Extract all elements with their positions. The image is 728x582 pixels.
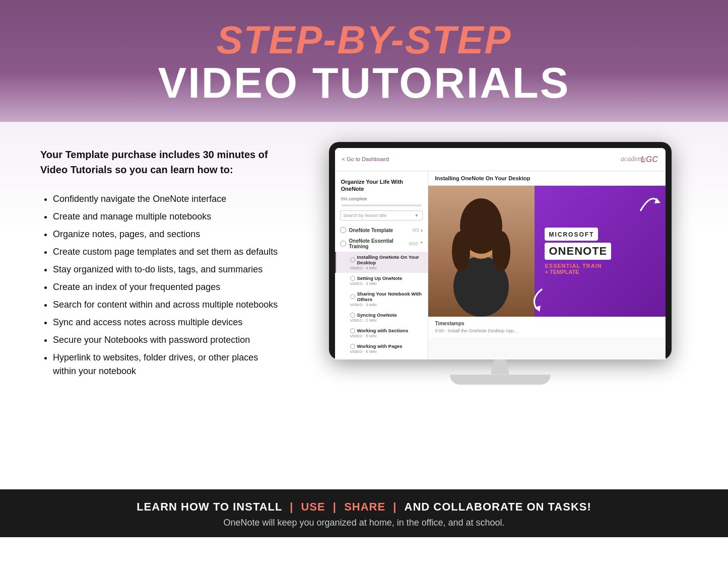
lesson-title-1: Setting Up OneNote — [357, 275, 403, 281]
screen-sidebar: Organize Your Life With OneNote 0% compl… — [335, 171, 428, 359]
footer-share-label: SHARE — [344, 500, 385, 513]
module-chevron-2: ˄ — [420, 241, 423, 247]
module-header-1[interactable]: OneNote Template 0/3 › — [335, 225, 428, 236]
back-link[interactable]: < Go to Dashboard — [342, 156, 389, 162]
list-item: Secure your Notebooks with password prot… — [53, 333, 282, 347]
lesson-meta-0: VIDEO · 4 MIN — [350, 266, 423, 270]
lesson-title-5: Working with Pages — [357, 343, 403, 349]
sidebar-progress: 0% complete — [335, 196, 428, 204]
footer-sep-2: | — [333, 500, 340, 513]
module-label-2: OneNote Essential Training — [349, 238, 409, 249]
monitor-frame: < Go to Dashboard academy LGC Organiz — [329, 142, 672, 359]
sidebar-lesson-6[interactable]: OneNote's Recycle Bin VIDEO · 2 MIN — [335, 356, 428, 359]
lesson-meta-1: VIDEO · 3 MIN — [350, 281, 423, 286]
sidebar-lesson-0[interactable]: Installing OneNote On Your Desktop VIDEO… — [335, 252, 428, 273]
lesson-circle-5 — [350, 344, 355, 349]
hero-title-line2: VIDEO TUTORIALS — [10, 59, 718, 107]
module-count-1: 0/3 — [413, 228, 419, 233]
video-overlay: MICROSOFT ONENOTE ESSENTIAL TRAIN + TEMP… — [535, 186, 665, 317]
arrow-icon-2 — [519, 286, 545, 312]
module-chevron-1: › — [421, 228, 422, 233]
lesson-meta-5: VIDEO · 6 MIN — [350, 349, 423, 354]
right-column: < Go to Dashboard academy LGC Organiz — [302, 142, 698, 385]
footer-use-label: USE — [301, 500, 325, 513]
sidebar-lesson-2[interactable]: Sharing Your Notebook With Others VIDEO … — [335, 288, 428, 310]
arrow-icon-1 — [635, 191, 660, 216]
progress-bar — [341, 204, 422, 206]
timestamps-section: Timestamps 0:00 - Install the OneNote De… — [428, 317, 666, 337]
list-item: Create an index of your frequented pages — [53, 280, 282, 294]
footer-top-text: LEARN HOW TO INSTALL | USE | SHARE | AND… — [10, 500, 718, 514]
lesson-title-0: Installing OneNote On Your Desktop — [357, 254, 423, 265]
main-content: Your Template purchase includes 30 minut… — [0, 122, 728, 489]
sidebar-module-1: OneNote Template 0/3 › — [335, 225, 428, 236]
lesson-circle-1 — [350, 276, 355, 281]
screen-topbar: < Go to Dashboard academy LGC — [335, 148, 666, 171]
sidebar-lesson-4[interactable]: Working with Sections VIDEO · 5 MIN — [335, 325, 428, 341]
left-column: Your Template purchase includes 30 minut… — [40, 142, 282, 382]
sidebar-search[interactable]: Search by lesson title ▼ — [340, 210, 423, 221]
onenote-label: ONENOTE — [549, 245, 607, 257]
screen-main: Installing OneNote On Your Desktop — [428, 171, 666, 359]
timestamps-label: Timestamps — [435, 321, 658, 326]
search-dropdown-icon: ▼ — [415, 213, 419, 218]
video-thumbnail[interactable]: MICROSOFT ONENOTE ESSENTIAL TRAIN + TEMP… — [428, 186, 666, 317]
academy-logo: academy LGC — [618, 151, 658, 168]
sidebar-lesson-1[interactable]: Setting Up OneNote VIDEO · 3 MIN — [335, 273, 428, 288]
lesson-circle-2 — [350, 294, 355, 299]
module-label-1: OneNote Template — [349, 228, 413, 233]
ms-label-box: MICROSOFT — [545, 228, 598, 241]
lesson-title-3: Syncing OneNote — [357, 312, 397, 318]
lesson-title-2: Sharing Your Notebook With Others — [357, 291, 423, 302]
module-header-2[interactable]: OneNote Essential Training 0/10 ˄ — [335, 236, 428, 252]
list-item: Sync and access notes across multiple de… — [53, 316, 282, 329]
essential-label: ESSENTIAL TRAIN — [545, 263, 602, 269]
sidebar-lesson-5[interactable]: Working with Pages VIDEO · 6 MIN — [335, 341, 428, 356]
module-circle-1 — [340, 227, 346, 233]
search-placeholder: Search by lesson title — [344, 213, 387, 218]
module-count-2: 0/10 — [409, 241, 418, 246]
sidebar-course-title: Organize Your Life With OneNote — [335, 176, 428, 197]
list-item: Organize notes, pages, and sections — [53, 228, 282, 241]
footer-collaborate-label: AND COLLABORATE ON TASKS! — [405, 500, 591, 513]
monitor-neck — [485, 359, 515, 375]
template-label: + TEMPLATE — [545, 269, 579, 275]
lesson-meta-4: VIDEO · 5 MIN — [350, 334, 423, 338]
svg-text:LGC: LGC — [641, 155, 658, 164]
lesson-circle-3 — [350, 313, 355, 318]
sidebar-lesson-3[interactable]: Syncing OneNote VIDEO · 2 MIN — [335, 310, 428, 325]
lesson-meta-3: VIDEO · 2 MIN — [350, 318, 423, 323]
lesson-meta-2: VIDEO · 3 MIN — [350, 303, 423, 307]
timestamp-item: 0:00 - Install the OneNote Desktop App..… — [435, 328, 658, 333]
list-item: Search for content within and across mul… — [53, 298, 282, 312]
screen-body: Organize Your Life With OneNote 0% compl… — [335, 171, 666, 359]
footer-sep-3: | — [393, 500, 400, 513]
monitor-screen: < Go to Dashboard academy LGC Organiz — [335, 148, 666, 359]
footer-learn-label: LEARN HOW TO INSTALL — [137, 500, 282, 513]
lesson-circle-0 — [350, 257, 355, 262]
list-item: Confidently navigate the OneNote interfa… — [53, 192, 282, 206]
svg-point-5 — [452, 231, 470, 271]
microsoft-label: MICROSOFT — [549, 231, 594, 238]
monitor-base — [450, 375, 551, 385]
hero-section: STEP-BY-STEP VIDEO TUTORIALS — [0, 0, 728, 122]
module-circle-2 — [340, 241, 346, 247]
lesson-circle-4 — [350, 328, 355, 333]
hero-title-line1: STEP-BY-STEP — [10, 20, 718, 59]
footer-sep-1: | — [290, 500, 297, 513]
svg-point-6 — [492, 231, 510, 271]
list-item: Create custom page templates and set the… — [53, 245, 282, 259]
presenter-area — [428, 186, 535, 317]
monitor-mockup: < Go to Dashboard academy LGC Organiz — [329, 142, 672, 385]
sidebar-module-2: OneNote Essential Training 0/10 ˄ Instal… — [335, 236, 428, 359]
video-title-bar: Installing OneNote On Your Desktop — [428, 171, 666, 186]
footer-section: LEARN HOW TO INSTALL | USE | SHARE | AND… — [0, 489, 728, 537]
footer-subtitle: OneNote will keep you organized at home,… — [10, 518, 718, 528]
lesson-title-4: Working with Sections — [357, 328, 409, 333]
onenote-label-box: ONENOTE — [545, 243, 611, 260]
list-item: Hyperlink to websites, folder drives, or… — [53, 351, 282, 378]
intro-text: Your Template purchase includes 30 minut… — [40, 147, 282, 177]
list-item: Stay organized with to-do lists, tags, a… — [53, 263, 282, 276]
monitor-stand — [329, 359, 672, 385]
list-item: Create and manage multiple notebooks — [53, 210, 282, 224]
